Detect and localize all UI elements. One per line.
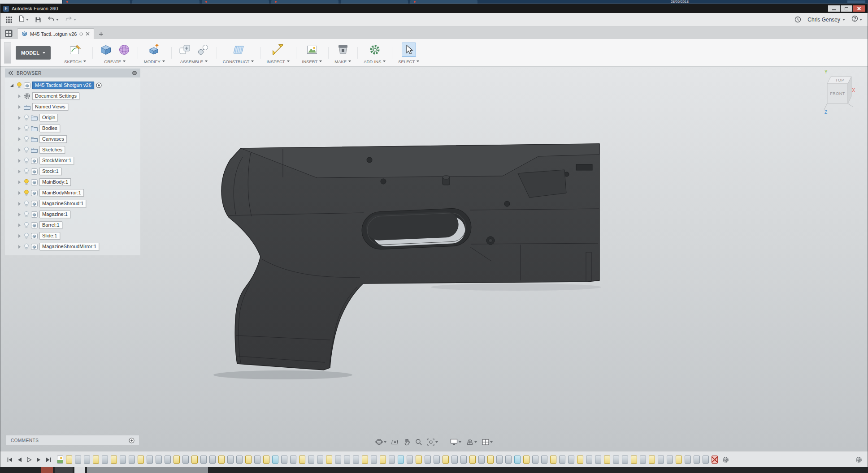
timeline-extrude-feature-icon[interactable] [586,456,592,464]
browser-root-item[interactable]: M45 Tactical Shotgun v26 [5,81,140,90]
timeline-extrude-feature-icon[interactable] [371,456,377,464]
timeline-extrude-feature-icon[interactable] [236,456,243,464]
timeline-extrude-feature-icon[interactable] [290,456,296,464]
insert-canvas-icon[interactable] [305,43,319,57]
joint-icon[interactable] [196,43,210,57]
comments-indicator-icon[interactable] [129,438,135,443]
timeline-extrude-feature-icon[interactable] [425,456,431,464]
visibility-bulb-icon[interactable] [24,243,29,250]
close-tab-icon[interactable] [86,32,90,36]
timeline-extrude-feature-icon[interactable] [505,456,512,464]
timeline-sketch-feature-icon[interactable] [263,456,269,464]
timeline-extrude-feature-icon[interactable] [182,456,189,464]
timeline-extrude-feature-icon[interactable] [613,456,619,464]
timeline-extrude-feature-icon[interactable] [209,456,216,464]
timeline-sketch-feature-icon[interactable] [443,456,449,464]
expand-arrow-icon[interactable] [18,213,21,216]
pan-button[interactable] [404,439,410,446]
browser-tree-item[interactable]: MagazineShroudMirror:1 [5,242,140,251]
minimize-panel-icon[interactable] [132,70,137,76]
timeline-extrude-feature-icon[interactable] [200,456,207,464]
timeline-extrude-feature-icon[interactable] [568,456,574,464]
grid-display-button[interactable] [466,439,477,446]
timeline-extrude-feature-icon[interactable] [389,456,395,464]
visibility-bulb-icon[interactable] [24,200,29,207]
browser-item-label[interactable]: Magazine:1 [39,211,70,218]
browser-item-label[interactable]: Document Settings [32,92,79,100]
viewcube[interactable]: TOP FRONT Y X Z [822,69,856,117]
document-tab[interactable]: M45 Tacti...otgun v26 [17,28,94,39]
expand-arrow-icon[interactable] [18,224,21,227]
three-d-print-icon[interactable] [336,43,350,57]
timeline-extrude-feature-icon[interactable] [685,456,691,464]
timeline-sketch-feature-icon[interactable] [174,456,180,464]
minimize-button[interactable] [828,5,840,12]
timeline-extrude-feature-icon[interactable] [640,456,646,464]
ribbon-group-select[interactable]: SELECT [392,42,425,64]
timeline-extrude-feature-icon[interactable] [658,456,664,464]
ribbon-group-create[interactable]: CREATE [92,42,138,64]
expand-arrow-icon[interactable] [18,148,21,152]
ribbon-group-label[interactable]: CREATE [104,59,126,64]
timeline-sketch-feature-icon[interactable] [93,456,99,464]
timeline-sketch-feature-icon[interactable] [631,456,637,464]
timeline-sketch-feature-icon[interactable] [577,456,583,464]
browser-item-label[interactable]: Origin [39,114,58,121]
ribbon-group-make[interactable]: MAKE [328,42,357,64]
visibility-bulb-icon[interactable] [24,136,29,142]
browser-item-label[interactable]: StockMirror:1 [39,157,74,164]
create-box-icon[interactable] [99,43,113,57]
timeline-extrude-feature-icon[interactable] [353,456,359,464]
timeline-extrude-feature-icon[interactable] [147,456,153,464]
new-tab-button[interactable] [99,32,104,37]
timeline-extrude-feature-icon[interactable] [84,456,90,464]
step-forward-button[interactable] [36,457,41,463]
timeline-sketch-feature-icon[interactable] [416,456,422,464]
browser-item-label[interactable]: Canvases [39,135,67,143]
measure-icon[interactable] [271,43,285,57]
timeline-extrude-feature-icon[interactable] [102,456,108,464]
timeline-extrude-feature-icon[interactable] [532,456,538,464]
zoom-button[interactable] [415,439,422,446]
timeline-extrude-feature-icon[interactable] [129,456,135,464]
visibility-bulb-icon[interactable] [24,222,29,228]
step-back-button[interactable] [17,457,22,463]
file-menu-button[interactable] [18,15,29,24]
timeline-sketch-feature-icon[interactable] [676,456,682,464]
timeline-extrude-feature-icon[interactable] [559,456,565,464]
preferences-gear-icon[interactable] [855,456,862,463]
timeline-sketch-feature-icon[interactable] [649,456,655,464]
expand-arrow-icon[interactable] [18,95,21,98]
timeline-extrude-feature-icon[interactable] [667,456,673,464]
ribbon-group-label[interactable]: SELECT [398,59,419,64]
display-settings-button[interactable] [450,439,461,445]
ribbon-group-add-ins[interactable]: ADD-INS [357,42,392,64]
timeline-extrude-feature-icon[interactable] [434,456,440,464]
expand-arrow-icon[interactable] [18,245,21,249]
taskbar-app-thumb[interactable] [55,467,73,473]
visibility-bulb-icon[interactable] [24,157,29,164]
timeline-sketch-feature-icon[interactable] [245,456,252,464]
browser-tree-item[interactable]: Document Settings [5,92,140,100]
orbit-button[interactable] [375,438,386,446]
browser-item-label[interactable]: Named Views [32,103,68,111]
comments-panel[interactable]: COMMENTS [6,435,139,446]
fit-button[interactable] [427,439,438,446]
timeline-extrude-feature-icon[interactable] [156,456,162,464]
ribbon-group-label[interactable]: INSERT [302,59,322,64]
undo-button[interactable] [48,16,59,24]
browser-tree-item[interactable]: Slide:1 [5,232,140,240]
timeline-sketch-feature-icon[interactable] [191,456,198,464]
expand-arrow-icon[interactable] [18,159,21,163]
browser-tree-item[interactable]: MainBodyMirror:1 [5,189,140,197]
collapse-arrow-icon[interactable] [10,84,13,87]
model-canvas[interactable]: BROWSER M45 Tactical Shotgun v26 Documen… [0,67,868,451]
expand-arrow-icon[interactable] [18,138,21,141]
timeline-sketch-feature-icon[interactable] [380,456,386,464]
ribbon-group-modify[interactable]: MODIFY [138,42,171,64]
timeline-extrude-feature-icon[interactable] [75,456,81,464]
timeline-extrude-feature-icon[interactable] [451,456,458,464]
browser-tree-item[interactable]: Stock:1 [5,167,140,176]
taskbar-app-thumb[interactable] [87,467,208,473]
timeline-sketch-feature-icon[interactable] [362,456,368,464]
